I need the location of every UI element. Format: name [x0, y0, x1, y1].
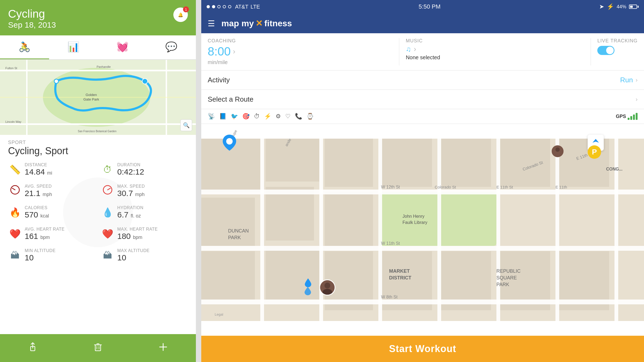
avg-speed-label: AVG. SPEED [25, 184, 52, 189]
stat-max-speed: MAX. SPEED 30.7 mph [98, 180, 191, 202]
svg-rect-43 [378, 139, 382, 321]
svg-text:MARKET: MARKET [389, 268, 410, 274]
gps-label: GPS [616, 114, 626, 119]
live-tracking-col: LIVE TRACKING [591, 38, 638, 65]
gps-bar-2 [630, 116, 632, 120]
target-icon[interactable]: 🎯 [242, 113, 250, 120]
svg-text:DISTRICT: DISTRICT [389, 275, 411, 280]
menu-button[interactable]: ☰ [208, 19, 215, 28]
svg-rect-27 [325, 192, 373, 246]
gps-bar-4 [636, 113, 638, 120]
tab-map[interactable]: 🚴 [0, 35, 49, 59]
svg-rect-18 [95, 345, 101, 351]
svg-text:DUNCAN: DUNCAN [228, 228, 249, 234]
congress-label: CONG... [606, 167, 623, 172]
avg-speed-value: 21.1 mph [25, 189, 52, 198]
signal-dot-5 [228, 5, 231, 8]
notification-bell[interactable]: 🔔 1 [173, 8, 188, 22]
heart-icon: 💓 [116, 41, 129, 53]
battery-icon [629, 5, 639, 9]
coaching-time: 8:00 [208, 45, 231, 58]
live-tracking-toggle[interactable] [597, 46, 614, 55]
hydration-icon: 💧 [102, 207, 114, 218]
svg-text:PARK: PARK [228, 235, 241, 240]
tab-heart[interactable]: 💓 [98, 35, 147, 59]
svg-point-68 [226, 138, 233, 145]
sport-section: SPORT Cycling, Sport [0, 135, 196, 159]
music-chevron: › [414, 45, 416, 53]
tab-chat[interactable]: 💬 [147, 35, 196, 59]
duration-value: 0:42:12 [117, 167, 144, 176]
facebook-icon[interactable]: 📘 [219, 113, 226, 120]
activity-chevron: › [636, 77, 638, 84]
stat-avg-speed: AVG. SPEED 21.1 mph [5, 180, 98, 202]
svg-point-70 [324, 283, 330, 289]
svg-text:San Francisco Botanical Garden: San Francisco Botanical Garden [78, 130, 116, 133]
heart-small-icon[interactable]: ♡ [285, 113, 291, 120]
calories-label: CALORIES [25, 205, 49, 210]
svg-rect-26 [325, 139, 373, 187]
delete-button[interactable] [88, 340, 108, 356]
max-hr-icon: ❤️ [102, 228, 114, 239]
activity-row[interactable]: Activity Run › [201, 71, 644, 90]
avg-hr-label: AVG. HEART RATE [25, 227, 65, 232]
zoom-button[interactable]: 🔍 [180, 119, 192, 131]
coaching-section: COACHING 8:00 › min/mile MUSIC ♫ › None … [201, 33, 644, 71]
svg-point-71 [323, 289, 332, 295]
sport-label: SPORT [8, 140, 188, 145]
svg-rect-46 [555, 139, 559, 321]
svg-point-7 [142, 79, 148, 84]
calories-value: 570 kcal [25, 210, 49, 219]
stat-avg-hr: ❤️ AVG. HEART RATE 161 bpm [5, 223, 98, 245]
status-bar: AT&T LTE 5:50 PM ➤ ⚡ 44% [201, 0, 644, 13]
svg-text:Lincoln Way: Lincoln Way [5, 120, 21, 123]
svg-text:W 8th St: W 8th St [381, 295, 398, 299]
battery-body [629, 5, 637, 9]
svg-rect-23 [266, 187, 314, 241]
route-map: Fulton St Lincoln Way Panhandle Golden G… [0, 60, 196, 135]
settings-icon[interactable]: ⚙ [276, 113, 281, 120]
stat-max-hr: ❤️ MAX. HEART RATE 180 bpm [98, 223, 191, 245]
music-note-icon: ♫ [406, 45, 411, 53]
phone-icon[interactable]: 📞 [295, 113, 302, 120]
svg-text:E 11th: E 11th [555, 185, 567, 189]
share-button[interactable] [23, 340, 43, 356]
coaching-label: COACHING [208, 38, 393, 44]
battery-percent: 44% [617, 4, 626, 10]
stats-grid: 📏 DISTANCE 14.84 mi ⏱ DURATION 0:42:12 A… [0, 159, 196, 266]
bottom-toolbar [0, 334, 196, 362]
lightning-icon[interactable]: ⚡ [264, 113, 271, 120]
hydration-label: HYDRATION [117, 205, 144, 210]
max-speed-label: MAX. SPEED [117, 184, 145, 189]
route-chevron: › [636, 96, 638, 103]
timer-icon[interactable]: ⏱ [254, 113, 260, 120]
podcast-icon[interactable]: 📡 [208, 113, 215, 120]
user-avatar-marker [319, 279, 335, 295]
network-label: LTE [251, 4, 260, 10]
parking-marker: P [588, 145, 601, 159]
max-hr-value: 180 bpm [117, 232, 158, 241]
svg-text:W 11th St: W 11th St [381, 241, 400, 246]
svg-text:Gate Park: Gate Park [83, 97, 99, 101]
start-workout-button[interactable]: Start Workout [201, 336, 644, 362]
svg-text:John Henry: John Henry [402, 214, 425, 219]
twitter-icon[interactable]: 🐦 [231, 113, 238, 120]
activity-value-row: Run › [620, 76, 638, 84]
tab-chart[interactable]: 📊 [49, 35, 98, 59]
duration-icon: ⏱ [102, 164, 114, 175]
carrier-label: AT&T [235, 4, 248, 10]
duration-label: DURATION [117, 162, 144, 167]
coaching-chevron: › [233, 47, 235, 56]
water-drop-marker-2 [303, 286, 312, 295]
hydration-value: 6.7 fl. oz [117, 210, 144, 219]
signal-dot-2 [212, 5, 215, 8]
svg-point-8 [54, 79, 58, 83]
add-button[interactable] [153, 340, 173, 356]
route-row[interactable]: Select a Route › [201, 90, 644, 109]
watch-icon[interactable]: ⌚ [306, 113, 314, 120]
activity-run: Run [620, 76, 633, 84]
svg-text:Panhandle: Panhandle [97, 65, 111, 68]
gps-section: GPS [616, 113, 638, 120]
gps-bar-1 [628, 118, 630, 120]
app-header: ☰ map my✕fitness [201, 13, 644, 33]
